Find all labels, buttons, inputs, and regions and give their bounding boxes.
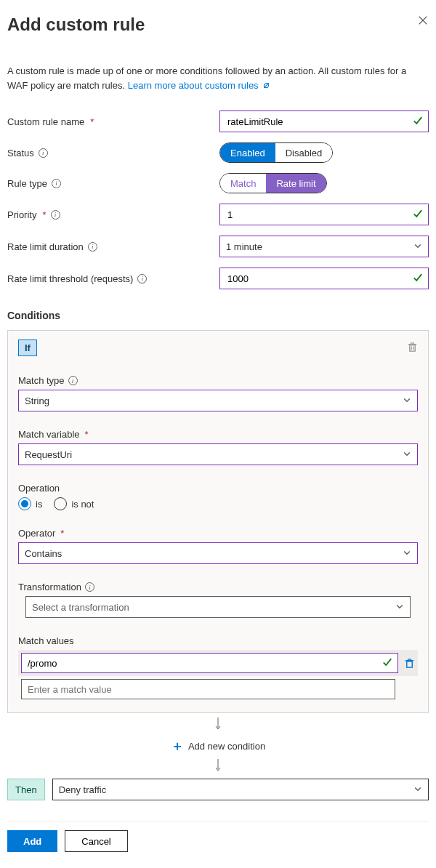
operator-select[interactable]: Contains — [18, 542, 418, 564]
valid-check-icon — [413, 116, 423, 128]
external-link-icon — [262, 81, 270, 89]
operation-label: Operation — [18, 483, 60, 494]
trash-icon — [404, 658, 415, 669]
info-icon[interactable]: i — [88, 242, 97, 252]
radio-icon — [18, 497, 31, 510]
required-asterisk: * — [60, 528, 64, 539]
add-button[interactable]: Add — [7, 830, 57, 852]
ruletype-match[interactable]: Match — [220, 174, 266, 193]
page-title: Add custom rule — [7, 15, 145, 35]
svg-rect-5 — [407, 661, 413, 667]
operation-isnot-label: is not — [71, 499, 94, 510]
ruletype-label: Rule type — [7, 178, 47, 189]
arrow-connector-icon — [7, 759, 429, 774]
match-variable-value: RequestUri — [25, 449, 72, 460]
chevron-down-icon — [395, 602, 404, 613]
info-icon[interactable]: i — [137, 274, 147, 284]
cancel-button[interactable]: Cancel — [65, 830, 127, 852]
delete-match-value-button[interactable] — [404, 658, 415, 669]
match-value-new-input[interactable] — [21, 679, 395, 699]
ruletype-toggle: Match Rate limit — [219, 173, 327, 193]
rule-name-input[interactable] — [219, 110, 429, 132]
if-badge: If — [18, 339, 37, 356]
add-condition-button[interactable]: ＋ Add new condition — [7, 737, 429, 755]
close-button[interactable] — [417, 15, 429, 26]
then-badge: Then — [7, 779, 45, 800]
priority-input[interactable] — [219, 204, 429, 225]
status-disabled[interactable]: Disabled — [275, 143, 333, 162]
delete-condition-button[interactable] — [407, 342, 418, 355]
svg-rect-2 — [410, 345, 416, 350]
duration-label: Rate limit duration — [7, 241, 84, 252]
conditions-title: Conditions — [7, 310, 429, 321]
ruletype-ratelimit[interactable]: Rate limit — [266, 174, 326, 193]
plus-icon: ＋ — [171, 737, 184, 755]
match-type-label: Match type — [18, 375, 65, 386]
required-asterisk: * — [90, 116, 94, 127]
operation-isnot-radio[interactable]: is not — [54, 497, 94, 510]
operator-label: Operator — [18, 528, 55, 539]
radio-icon — [54, 497, 67, 510]
operation-is-label: is — [36, 499, 42, 510]
condition-block: If Match type i String Match variable* R… — [7, 330, 429, 713]
valid-check-icon — [413, 273, 423, 285]
info-icon[interactable]: i — [51, 210, 60, 220]
intro-text: A custom rule is made up of one or more … — [7, 64, 429, 92]
chevron-down-icon — [403, 449, 411, 460]
chevron-down-icon — [413, 784, 422, 795]
footer-divider — [7, 821, 429, 821]
valid-check-icon — [382, 657, 392, 670]
duration-value: 1 minute — [226, 241, 262, 252]
trash-icon — [407, 342, 418, 353]
chevron-down-icon — [403, 395, 411, 406]
arrow-connector-icon — [7, 718, 429, 733]
match-variable-label: Match variable — [18, 429, 80, 440]
info-icon[interactable]: i — [52, 179, 61, 188]
match-value-input[interactable] — [21, 653, 398, 673]
info-icon[interactable]: i — [68, 376, 78, 385]
learn-more-link[interactable]: Learn more about custom rules — [128, 80, 271, 91]
status-enabled[interactable]: Enabled — [220, 143, 275, 162]
match-variable-select[interactable]: RequestUri — [18, 443, 418, 465]
then-action-select[interactable]: Deny traffic — [52, 779, 429, 800]
match-type-value: String — [25, 395, 49, 406]
close-icon — [418, 15, 428, 25]
required-asterisk: * — [85, 429, 89, 440]
valid-check-icon — [413, 209, 423, 221]
required-asterisk: * — [42, 209, 46, 220]
operator-value: Contains — [25, 548, 62, 559]
info-icon[interactable]: i — [85, 582, 94, 592]
threshold-label: Rate limit threshold (requests) — [7, 273, 133, 284]
info-icon[interactable]: i — [39, 148, 48, 158]
match-type-select[interactable]: String — [18, 390, 418, 411]
match-value-row — [18, 650, 418, 676]
status-toggle: Enabled Disabled — [219, 142, 333, 163]
transformation-select[interactable]: Select a transformation — [25, 596, 411, 618]
transformation-label: Transformation — [18, 582, 81, 592]
add-condition-label: Add new condition — [188, 741, 265, 752]
then-action-value: Deny traffic — [59, 784, 107, 795]
name-label: Custom rule name — [7, 116, 84, 127]
chevron-down-icon — [413, 241, 422, 252]
transformation-placeholder: Select a transformation — [32, 602, 129, 613]
status-label: Status — [7, 148, 34, 158]
match-values-label: Match values — [18, 635, 74, 646]
priority-label: Priority — [7, 209, 36, 220]
threshold-input[interactable] — [219, 268, 429, 289]
duration-select[interactable]: 1 minute — [219, 236, 429, 257]
operation-is-radio[interactable]: is — [18, 497, 42, 510]
chevron-down-icon — [403, 548, 411, 559]
